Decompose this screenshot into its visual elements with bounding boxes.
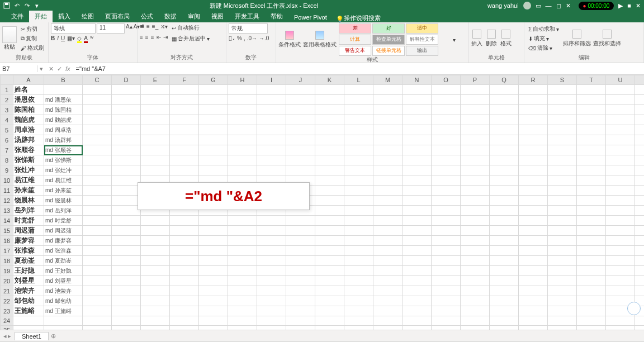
row-header-10[interactable]: 10	[1, 175, 13, 186]
cell-I14[interactable]	[257, 216, 286, 226]
cell-T23[interactable]	[577, 306, 606, 316]
row-header-21[interactable]: 21	[1, 286, 13, 296]
cell-R11[interactable]	[519, 186, 548, 196]
cell-A17[interactable]: 张淮森	[13, 246, 44, 256]
col-header-Q[interactable]: Q	[490, 75, 519, 85]
cell-B16[interactable]: md 廉梦容	[44, 236, 83, 246]
cell-J3[interactable]	[286, 105, 315, 115]
cell-E2[interactable]	[141, 95, 170, 105]
tell-me-input[interactable]: 操作说明搜索	[344, 14, 381, 22]
cell-U1[interactable]	[606, 85, 635, 95]
cell-V25[interactable]	[635, 326, 645, 330]
cell-L4[interactable]	[344, 115, 373, 125]
cell-Q16[interactable]	[490, 236, 519, 246]
cell-O11[interactable]	[432, 186, 461, 196]
cell-L9[interactable]	[344, 165, 373, 175]
cell-R4[interactable]	[519, 115, 548, 125]
col-header-M[interactable]: M	[373, 75, 402, 85]
number-format-combo[interactable]: 常规	[229, 23, 268, 34]
cell-F8[interactable]	[170, 155, 199, 165]
cell-R17[interactable]	[519, 246, 548, 256]
col-header-O[interactable]: O	[432, 75, 461, 85]
col-header-R[interactable]: R	[519, 75, 548, 85]
formula-input[interactable]: ="md "&A7	[74, 65, 644, 72]
cell-L3[interactable]	[344, 105, 373, 115]
cell-I4[interactable]	[257, 115, 286, 125]
format-as-table-button[interactable]: 套用表格格式	[303, 41, 337, 49]
cell-L16[interactable]	[344, 236, 373, 246]
sort-filter-icon[interactable]	[572, 30, 581, 39]
cell-U10[interactable]	[606, 175, 635, 186]
cell-T7[interactable]	[577, 145, 606, 155]
cell-J16[interactable]	[286, 236, 315, 246]
cell-E1[interactable]	[141, 85, 170, 95]
cell-G4[interactable]	[199, 115, 228, 125]
format-as-table-icon[interactable]	[315, 31, 324, 40]
cell-B8[interactable]: md 张悌斯	[44, 155, 83, 165]
row-header-17[interactable]: 17	[1, 246, 13, 256]
cell-V24[interactable]	[635, 316, 645, 326]
cell-A7[interactable]: 张顺谷	[13, 145, 44, 155]
cell-O23[interactable]	[432, 306, 461, 316]
col-header-L[interactable]: L	[344, 75, 373, 85]
cell-O1[interactable]	[432, 85, 461, 95]
indent-dec-icon[interactable]: ⇤	[157, 34, 161, 43]
cell-L19[interactable]	[344, 266, 373, 276]
cell-G21[interactable]	[199, 286, 228, 296]
cell-V16[interactable]	[635, 236, 645, 246]
cell-E21[interactable]	[141, 286, 170, 296]
cell-L22[interactable]	[344, 296, 373, 306]
cell-D13[interactable]	[112, 206, 141, 216]
row-header-6[interactable]: 6	[1, 135, 13, 145]
cell-E18[interactable]	[141, 256, 170, 266]
row-header-23[interactable]: 23	[1, 306, 13, 316]
cell-S4[interactable]	[548, 115, 577, 125]
style-cell[interactable]: 链接单元格	[372, 46, 405, 56]
cell-K15[interactable]	[315, 226, 344, 236]
cell-I15[interactable]	[257, 226, 286, 236]
percent-icon[interactable]: %	[237, 35, 242, 41]
cell-H1[interactable]	[228, 85, 257, 95]
cell-O9[interactable]	[432, 165, 461, 175]
cell-R9[interactable]	[519, 165, 548, 175]
cell-K7[interactable]	[315, 145, 344, 155]
cell-S13[interactable]	[548, 206, 577, 216]
cell-L7[interactable]	[344, 145, 373, 155]
col-header-E[interactable]: E	[141, 75, 170, 85]
cell-E15[interactable]	[141, 226, 170, 236]
cell-K9[interactable]	[315, 165, 344, 175]
indent-inc-icon[interactable]: ⇥	[163, 34, 168, 43]
tab-Power Pivot[interactable]: Power Pivot	[288, 12, 333, 22]
cell-D22[interactable]	[112, 296, 141, 306]
cell-B21[interactable]: md 池荣卉	[44, 286, 83, 296]
cell-H24[interactable]	[228, 316, 257, 326]
cell-P24[interactable]	[461, 316, 490, 326]
tab-开始[interactable]: 开始	[29, 11, 53, 22]
cell-R5[interactable]	[519, 125, 548, 135]
row-header-15[interactable]: 15	[1, 226, 13, 236]
cell-R16[interactable]	[519, 236, 548, 246]
cell-Q19[interactable]	[490, 266, 519, 276]
cell-G18[interactable]	[199, 256, 228, 266]
cell-O19[interactable]	[432, 266, 461, 276]
cell-D19[interactable]	[112, 266, 141, 276]
cell-R19[interactable]	[519, 266, 548, 276]
close-icon[interactable]: ✕	[566, 2, 571, 10]
cell-F19[interactable]	[170, 266, 199, 276]
cell-M6[interactable]	[373, 135, 402, 145]
cell-I16[interactable]	[257, 236, 286, 246]
cell-I6[interactable]	[257, 135, 286, 145]
cell-C4[interactable]	[83, 115, 112, 125]
cell-U12[interactable]	[606, 196, 635, 206]
cell-M15[interactable]	[373, 226, 402, 236]
cell-D16[interactable]	[112, 236, 141, 246]
cell-G8[interactable]	[199, 155, 228, 165]
cell-Q7[interactable]	[490, 145, 519, 155]
cell-R2[interactable]	[519, 95, 548, 105]
cell-Q10[interactable]	[490, 175, 519, 186]
cell-U24[interactable]	[606, 316, 635, 326]
delete-icon[interactable]	[487, 30, 496, 39]
cell-B1[interactable]	[44, 85, 83, 95]
cell-F3[interactable]	[170, 105, 199, 115]
cell-S3[interactable]	[548, 105, 577, 115]
